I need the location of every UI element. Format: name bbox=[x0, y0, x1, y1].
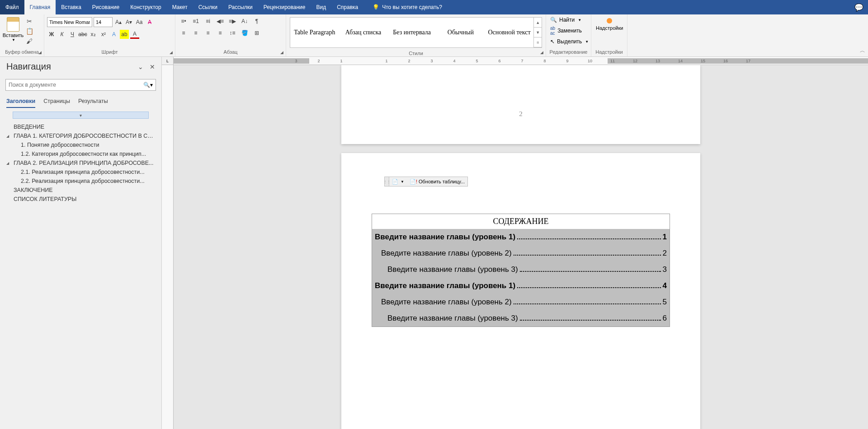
bold-button[interactable]: Ж bbox=[47, 30, 56, 39]
toc-options-button[interactable]: 📄▼ bbox=[389, 177, 407, 186]
toc-entry[interactable]: Введите название главы (уровень 1)1 bbox=[372, 229, 670, 245]
nav-search-input[interactable] bbox=[9, 82, 143, 88]
clipboard-launcher[interactable]: ◢ bbox=[37, 50, 42, 55]
style-table-paragraph[interactable]: Table Paragraph bbox=[290, 18, 339, 47]
tab-insert[interactable]: Вставка bbox=[56, 0, 87, 14]
superscript-button[interactable]: x² bbox=[99, 30, 108, 39]
bullets-button[interactable]: ≡• bbox=[178, 17, 189, 26]
nav-jump-bar[interactable]: ▾ bbox=[13, 112, 149, 119]
nav-heading-item[interactable]: 1.2. Категория добросовестности как прин… bbox=[5, 149, 157, 159]
format-painter-button[interactable]: 🖌 bbox=[25, 37, 33, 45]
tab-draw[interactable]: Рисование bbox=[87, 0, 125, 14]
borders-button[interactable]: ⊞ bbox=[251, 28, 262, 37]
styles-scroll-up[interactable]: ▲ bbox=[534, 18, 542, 28]
document-page-prev[interactable]: 2 bbox=[341, 65, 700, 144]
toc-update-button[interactable]: 📄! Обновить таблицу... bbox=[407, 177, 467, 186]
nav-close-button[interactable]: ✕ bbox=[150, 63, 155, 70]
nav-options-button[interactable]: ⌄ bbox=[138, 63, 143, 70]
tab-file[interactable]: Файл bbox=[0, 0, 24, 14]
toc-leader-dots bbox=[517, 287, 660, 288]
nav-heading-item[interactable]: ГЛАВА 1. КАТЕГОРИЯ ДОБРОСОВЕСТНОСТИ В СИ… bbox=[5, 131, 157, 140]
shading-button[interactable]: 🪣 bbox=[239, 28, 250, 37]
subscript-button[interactable]: x₂ bbox=[89, 30, 98, 39]
tab-home[interactable]: Главная bbox=[24, 0, 56, 14]
replace-button[interactable]: abacЗаменить bbox=[548, 24, 584, 37]
tab-view[interactable]: Вид bbox=[311, 0, 331, 14]
align-right-button[interactable]: ≡ bbox=[203, 28, 213, 37]
style-normal[interactable]: Обычный bbox=[436, 18, 485, 47]
ruler-corner[interactable]: L bbox=[162, 57, 174, 65]
grow-font-button[interactable]: A▴ bbox=[114, 18, 123, 27]
find-button[interactable]: 🔍Найти▼ bbox=[548, 15, 584, 24]
paragraph-launcher[interactable]: ◢ bbox=[279, 50, 284, 55]
justify-button[interactable]: ≡ bbox=[215, 28, 226, 37]
change-case-button[interactable]: Aa bbox=[135, 18, 144, 27]
toc-entry[interactable]: Введите название главы (уровень 3)3 bbox=[372, 261, 670, 278]
tab-references[interactable]: Ссылки bbox=[193, 0, 223, 14]
addins-button[interactable]: Надстройки bbox=[593, 15, 626, 33]
font-launcher[interactable]: ◢ bbox=[168, 50, 174, 55]
text-effects-button[interactable]: A bbox=[109, 30, 118, 39]
toc-drag-handle[interactable]: ⋮⋮ bbox=[385, 177, 389, 186]
nav-tab-headings[interactable]: Заголовки bbox=[6, 98, 35, 108]
tab-mailings[interactable]: Рассылки bbox=[223, 0, 258, 14]
copy-button[interactable]: 📋 bbox=[25, 27, 33, 35]
font-name-input[interactable] bbox=[47, 17, 92, 27]
increase-indent-button[interactable]: ≡▶ bbox=[227, 17, 238, 26]
nav-tab-results[interactable]: Результаты bbox=[78, 98, 108, 108]
nav-heading-item[interactable]: 1. Понятие добросовестности bbox=[5, 140, 157, 149]
nav-heading-item[interactable]: 2.2. Реализация принципа добросовестност… bbox=[5, 177, 157, 186]
tell-me-search[interactable]: 💡 Что вы хотите сделать? bbox=[373, 4, 442, 10]
highlight-button[interactable]: ab bbox=[120, 30, 129, 39]
clear-formatting-button[interactable]: A̶ bbox=[145, 18, 154, 27]
style-body-text[interactable]: Основной текст bbox=[485, 18, 534, 47]
collapse-ribbon-button[interactable]: ︿ bbox=[860, 47, 865, 55]
nav-tab-pages[interactable]: Страницы bbox=[43, 98, 70, 108]
toc-entry[interactable]: Введите название главы (уровень 2)5 bbox=[372, 294, 670, 310]
paste-button[interactable]: Вставить ▼ bbox=[2, 15, 24, 44]
show-marks-button[interactable]: ¶ bbox=[251, 17, 262, 26]
toc-entry[interactable]: Введите название главы (уровень 2)2 bbox=[372, 245, 670, 261]
shrink-font-button[interactable]: A▾ bbox=[124, 18, 133, 27]
nav-heading-item[interactable]: СПИСОК ЛИТЕРАТУРЫ bbox=[5, 195, 157, 204]
toc-entry[interactable]: Введите название главы (уровень 3)6 bbox=[372, 310, 670, 326]
sort-button[interactable]: A↓ bbox=[239, 17, 250, 26]
numbering-button[interactable]: ≡1 bbox=[190, 17, 201, 26]
styles-launcher[interactable]: ◢ bbox=[539, 50, 544, 55]
styles-expand[interactable]: ≡ bbox=[534, 37, 542, 47]
style-list-paragraph[interactable]: Абзац списка bbox=[339, 18, 388, 47]
page-scroll-area[interactable]: 2 ⋮⋮ 📄▼ 📄! Обновить таблицу... СОДЕРЖАНИ… bbox=[174, 65, 868, 429]
line-spacing-button[interactable]: ↕≡ bbox=[227, 28, 238, 37]
nav-heading-item[interactable]: 2.1. Реализация принципа добросовестност… bbox=[5, 168, 157, 177]
tab-layout[interactable]: Макет bbox=[167, 0, 193, 14]
align-center-button[interactable]: ≡ bbox=[190, 28, 201, 37]
comments-icon[interactable]: 💬 bbox=[854, 3, 863, 12]
decrease-indent-button[interactable]: ◀≡ bbox=[215, 17, 226, 26]
toc-entry[interactable]: Введите название главы (уровень 1)4 bbox=[372, 278, 670, 294]
nav-heading-item[interactable]: ВВЕДЕНИЕ bbox=[5, 122, 157, 131]
multilevel-button[interactable]: ≡i bbox=[203, 17, 213, 26]
horizontal-ruler[interactable]: 3211234567891011121314151617 bbox=[174, 57, 868, 65]
underline-button[interactable]: Ч bbox=[68, 30, 77, 39]
styles-gallery[interactable]: Table Paragraph Абзац списка Без интерва… bbox=[290, 17, 542, 48]
font-color-button[interactable]: A bbox=[130, 30, 139, 39]
toc-container[interactable]: СОДЕРЖАНИЕ Введите название главы (урове… bbox=[372, 214, 670, 327]
strikethrough-button[interactable]: abc bbox=[78, 30, 87, 39]
document-page-current[interactable]: ⋮⋮ 📄▼ 📄! Обновить таблицу... СОДЕРЖАНИЕ … bbox=[341, 153, 700, 429]
cut-button[interactable]: ✂ bbox=[25, 17, 33, 25]
font-size-input[interactable] bbox=[94, 17, 113, 27]
style-no-spacing[interactable]: Без интервала bbox=[387, 18, 436, 47]
group-label-font: Шрифт bbox=[46, 48, 173, 56]
tab-help[interactable]: Справка bbox=[331, 0, 363, 14]
nav-heading-item[interactable]: ГЛАВА 2. РЕАЛИЗАЦИЯ ПРИНЦИПА ДОБРОСОВЕ..… bbox=[5, 159, 157, 168]
search-icon[interactable]: 🔍▾ bbox=[143, 82, 153, 88]
select-button[interactable]: ↖Выделить▼ bbox=[548, 37, 591, 46]
nav-search-box[interactable]: 🔍▾ bbox=[5, 79, 156, 91]
nav-heading-item[interactable]: ЗАКЛЮЧЕНИЕ bbox=[5, 186, 157, 195]
tab-review[interactable]: Рецензирование bbox=[258, 0, 311, 14]
styles-scroll-down[interactable]: ▼ bbox=[534, 28, 542, 37]
align-left-button[interactable]: ≡ bbox=[178, 28, 189, 37]
italic-button[interactable]: К bbox=[57, 30, 66, 39]
tab-design[interactable]: Конструктор bbox=[125, 0, 166, 14]
vertical-ruler[interactable] bbox=[162, 65, 174, 429]
